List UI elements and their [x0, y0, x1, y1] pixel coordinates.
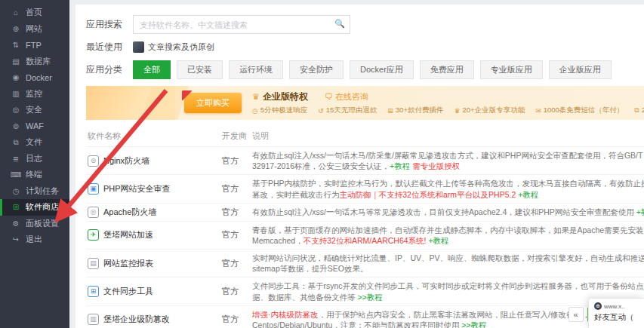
- tutorial-link[interactable]: >>教程: [461, 320, 486, 328]
- table-row: ◎Apache防火墙官方有效防止sql注入/xss/一句话木马等常见渗透攻击，目…: [86, 203, 644, 221]
- desc-segment: 有效防止sql注入/xss/一句话木马等常见渗透攻击，目前仅支持Apache2.…: [252, 207, 636, 216]
- category-tab-5[interactable]: Docker应用: [350, 60, 414, 79]
- recent-item[interactable]: 文章搜索及伪原创: [133, 41, 214, 53]
- sidebar-item-15[interactable]: ↪退出: [0, 231, 69, 248]
- enterprise-banner: 立即购买 ♛企业版特权 🗨 在线咨询 ◷5分钟极速响应↺15天无理由退款⊞30+…: [86, 86, 644, 120]
- sidebar-item-1[interactable]: ⌂首页: [0, 5, 69, 21]
- sidebar-item-6[interactable]: ▥监控: [0, 86, 69, 103]
- tutorial-link[interactable]: +教程: [390, 161, 412, 170]
- sidebar-item-9[interactable]: ⧉文件: [0, 134, 69, 151]
- category-tab-2[interactable]: 已安装: [177, 60, 223, 79]
- search-icon[interactable]: 🔍: [334, 19, 345, 29]
- column-header-2: 开发商: [220, 127, 251, 147]
- desc-segment: 需专业版授权: [412, 161, 460, 170]
- online-consult-link[interactable]: 🗨 在线咨询: [325, 91, 368, 103]
- developer-cell: 官方: [220, 277, 251, 305]
- prev-page-button[interactable]: «: [569, 307, 584, 322]
- desc-segment: 文件同步工具：基于rsync开发的文件同步工具，可实时同步或定时将文件同步到远程…: [252, 281, 644, 301]
- app-name-link[interactable]: ⊞文件同步工具: [88, 286, 219, 297]
- cron-icon: ◷: [11, 187, 21, 195]
- category-tab-6[interactable]: 免费应用: [420, 60, 474, 79]
- app-window: ⌂首页⊕网站⇅FTP▤数据库◉Docker▥监控◎安全⊜WAF⧉文件≣日志⌨终端…: [0, 0, 644, 328]
- search-input[interactable]: [133, 15, 350, 34]
- app-name-link[interactable]: ◎Apache防火墙: [88, 207, 219, 218]
- banner-content: ♛企业版特权 🗨 在线咨询 ◷5分钟极速响应↺15天无理由退款⊞30+款付费插件…: [252, 90, 644, 115]
- tutorial-link[interactable]: +教程: [636, 207, 644, 216]
- search-box: 🔍: [133, 15, 350, 34]
- app-name-link[interactable]: ✈堡塔网站加速: [88, 229, 219, 241]
- desc-segment: 主动防御｜不支持32位系统和arm平台以及PHP5.2: [340, 190, 519, 199]
- sidebar-item-10[interactable]: ≣日志: [0, 151, 69, 167]
- desc-segment: 实时网站访问状况，精确统计对比流量、IP、UV、PV、响应、蜘蛛爬取数据，对搜索…: [252, 253, 644, 273]
- table-row: ⊞文件同步工具官方文件同步工具：基于rsync开发的文件同步工具，可实时同步或定…: [86, 277, 644, 305]
- app-icon: ⊞: [88, 286, 99, 297]
- notification-popup[interactable]: ⊕ www.x.. 好友互动（: [588, 298, 644, 328]
- category-tabs: 全部已安装运行环境安全防护Docker应用免费应用专业版应用企业版应用: [133, 60, 612, 79]
- developer-cell: 官方: [220, 305, 251, 328]
- description-cell: 文件同步工具：基于rsync开发的文件同步工具，可实时同步或定时将文件同步到远程…: [252, 280, 644, 302]
- description-cell: 有效防止sql注入/xss/一句话木马/防采集/屏蔽常见渗透攻击方式，建议和PH…: [252, 150, 644, 171]
- sidebar-item-2[interactable]: ⊕网站: [0, 21, 69, 38]
- sidebar-item-3[interactable]: ⇅FTP: [0, 37, 69, 54]
- banner-feature-5: ✉1000条免费短信（年付）: [535, 106, 624, 115]
- banner-features: ◷5分钟极速响应↺15天无理由退款⊞30+款付费插件♛20+企业版专享功能✉10…: [252, 106, 644, 115]
- settings-icon: ⚙: [11, 219, 21, 228]
- app-icon: ✈: [88, 229, 99, 241]
- sidebar-item-12[interactable]: ◷计划任务: [0, 183, 69, 200]
- category-tab-4[interactable]: 安全防护: [289, 60, 344, 79]
- recent-label: 最近使用: [86, 41, 133, 54]
- description-cell: 有效防止sql注入/xss/一句话木马等常见渗透攻击，目前仅支持Apache2.…: [252, 207, 644, 217]
- recent-item-label: 文章搜索及伪原创: [148, 41, 214, 53]
- table-row: ⊜Nginx防火墙官方有效防止sql注入/xss/一句话木马/防采集/屏蔽常见渗…: [86, 147, 644, 175]
- banner-feature-1: ◷5分钟极速响应: [252, 106, 307, 115]
- sidebar-item-5[interactable]: ◉Docker: [0, 69, 69, 86]
- enterprise-privilege-title: ♛企业版特权: [252, 90, 308, 103]
- home-icon: ⌂: [11, 8, 21, 17]
- tutorial-link[interactable]: +教程: [428, 236, 448, 245]
- app-name-link[interactable]: ⊜Nginx防火墙: [88, 155, 219, 167]
- app-name-link[interactable]: ▥堡塔企业级防篡改: [88, 314, 219, 325]
- category-tab-1[interactable]: 全部: [133, 60, 171, 79]
- banner-feature-3: ⊞30+款付费插件: [387, 106, 443, 115]
- feature-icon: ♛: [454, 107, 460, 115]
- app-icon: ▣: [88, 183, 99, 195]
- banner-art: [86, 86, 175, 120]
- logs-icon: ≣: [11, 155, 21, 163]
- table-row: ▤网站监控报表官方实时网站访问状况，精确统计对比流量、IP、UV、PV、响应、蜘…: [86, 250, 644, 277]
- waf-icon: ⊜: [11, 122, 21, 130]
- app-name-link[interactable]: ▣PHP网站安全审查: [88, 183, 219, 195]
- table-row: ▥堡塔企业级防篡改官方增强·内核级防篡改，用于保护站点内容安全，防止黑客非法篡改…: [86, 305, 644, 328]
- app-name-link[interactable]: ▤网站监控报表: [88, 258, 219, 269]
- category-tab-7[interactable]: 专业版应用: [480, 60, 543, 79]
- sidebar-item-11[interactable]: ⌨终端: [0, 167, 69, 183]
- category-tab-3[interactable]: 运行环境: [229, 60, 283, 79]
- tutorial-link[interactable]: >>教程: [357, 293, 382, 302]
- table-row: ▣PHP网站安全审查官方基于PHP内核防护，实时监控木马行为，默认拦截文件上传等…: [86, 175, 644, 203]
- globe-icon: ⊕: [594, 302, 602, 310]
- app-icon: ◎: [88, 207, 99, 218]
- sidebar-item-14[interactable]: ⚙面板设置: [0, 216, 69, 232]
- software-store-panel: 应用搜索 🔍 最近使用 文章搜索及伪原创 应用分类 全部已安装运行环境安全防护D…: [75, 5, 644, 328]
- sidebar-item-13[interactable]: ⊞软件商店: [0, 199, 69, 216]
- developer-cell: 官方: [220, 203, 251, 221]
- banner-feature-4: ♛20+企业版专享功能: [454, 106, 525, 115]
- security-icon: ◎: [11, 106, 21, 114]
- app-icon: ▤: [88, 258, 99, 269]
- sidebar-item-4[interactable]: ▤数据库: [0, 54, 69, 70]
- feature-icon: ↺: [318, 107, 324, 115]
- column-header-1: 软件名称: [86, 127, 220, 147]
- buy-now-button[interactable]: 立即购买: [184, 93, 242, 113]
- sidebar-item-7[interactable]: ◎安全: [0, 102, 69, 118]
- desc-segment: 不支持32位和ARM/AARCH64系统!: [304, 236, 429, 245]
- sidebar-item-8[interactable]: ⊜WAF: [0, 118, 69, 135]
- popup-site: www.x..: [604, 303, 625, 310]
- software-table: 软件名称开发商说明价格/天到期时间位置状态 ⊜Nginx防火墙官方有效防止sql…: [86, 127, 644, 328]
- tutorial-link[interactable]: +教程: [518, 190, 538, 199]
- terminal-icon: ⌨: [11, 170, 21, 179]
- website-icon: ⊕: [11, 25, 21, 33]
- category-tab-8[interactable]: 企业版应用: [549, 60, 612, 79]
- developer-cell: 官方: [220, 250, 251, 277]
- table-row: ✈堡塔网站加速官方青春版，基于页面缓存的网站加速插件，自动缓存并生成静态脚本，内…: [86, 221, 644, 249]
- files-icon: ⧉: [11, 138, 21, 147]
- crown-icon: ♛: [252, 92, 260, 101]
